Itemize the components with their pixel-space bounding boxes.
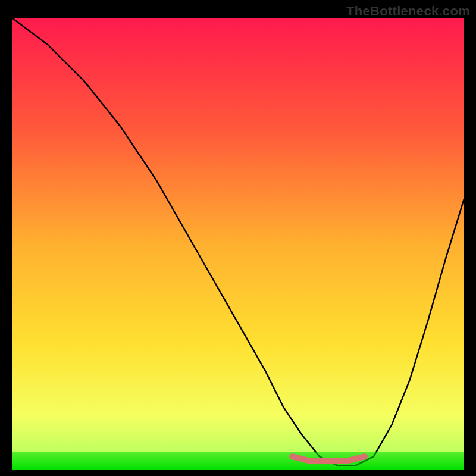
chart-svg: [12, 18, 464, 470]
plot-area: [12, 18, 464, 470]
chart-frame: TheBottleneck.com: [0, 0, 476, 476]
series-green-band: [12, 452, 464, 470]
watermark-text: TheBottleneck.com: [346, 4, 470, 19]
gradient-background: [12, 18, 464, 470]
